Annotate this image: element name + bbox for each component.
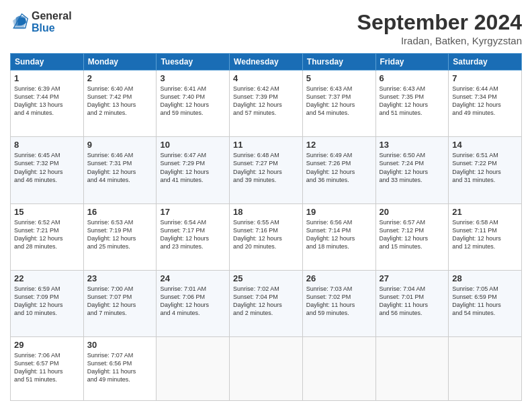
table-row: 23Sunrise: 7:00 AMSunset: 7:07 PMDayligh… [83, 270, 157, 336]
table-row: 21Sunrise: 6:58 AMSunset: 7:11 PMDayligh… [449, 203, 522, 270]
logo-blue-text: Blue [32, 22, 72, 34]
day-number: 25 [233, 273, 299, 283]
day-info: Sunrise: 6:50 AMSunset: 7:24 PMDaylight:… [380, 151, 445, 184]
day-number: 29 [14, 340, 80, 350]
table-row: 6Sunrise: 6:43 AMSunset: 7:35 PMDaylight… [375, 71, 449, 137]
day-info: Sunrise: 6:49 AMSunset: 7:26 PMDaylight:… [306, 151, 372, 184]
day-number: 8 [14, 140, 80, 150]
day-info: Sunrise: 6:46 AMSunset: 7:31 PMDaylight:… [87, 151, 153, 184]
table-row: 20Sunrise: 6:57 AMSunset: 7:12 PMDayligh… [375, 203, 449, 270]
table-row: 22Sunrise: 6:59 AMSunset: 7:09 PMDayligh… [11, 270, 84, 336]
table-row: 25Sunrise: 7:02 AMSunset: 7:04 PMDayligh… [230, 270, 303, 336]
table-row: 5Sunrise: 6:43 AMSunset: 7:37 PMDaylight… [302, 71, 375, 137]
col-tuesday: Tuesday [157, 54, 230, 71]
day-info: Sunrise: 6:40 AMSunset: 7:42 PMDaylight:… [87, 85, 153, 118]
logo-general-text: General [32, 10, 72, 22]
day-info: Sunrise: 7:07 AMSunset: 6:56 PMDaylight:… [87, 351, 153, 384]
day-info: Sunrise: 6:39 AMSunset: 7:44 PMDaylight:… [14, 85, 80, 118]
day-info: Sunrise: 6:53 AMSunset: 7:19 PMDaylight:… [87, 218, 153, 251]
table-row: 30Sunrise: 7:07 AMSunset: 6:56 PMDayligh… [83, 337, 157, 401]
table-row: 4Sunrise: 6:42 AMSunset: 7:39 PMDaylight… [230, 71, 303, 137]
table-row: 9Sunrise: 6:46 AMSunset: 7:31 PMDaylight… [83, 137, 157, 203]
table-row: 16Sunrise: 6:53 AMSunset: 7:19 PMDayligh… [83, 203, 157, 270]
table-row [157, 337, 230, 401]
day-number: 27 [380, 273, 445, 283]
day-number: 4 [233, 73, 299, 83]
table-row: 7Sunrise: 6:44 AMSunset: 7:34 PMDaylight… [449, 71, 522, 137]
col-monday: Monday [83, 54, 157, 71]
day-info: Sunrise: 6:55 AMSunset: 7:16 PMDaylight:… [233, 218, 299, 251]
table-row: 15Sunrise: 6:52 AMSunset: 7:21 PMDayligh… [11, 203, 84, 270]
day-number: 13 [380, 140, 445, 150]
day-info: Sunrise: 6:56 AMSunset: 7:14 PMDaylight:… [306, 218, 372, 251]
month-title: September 2024 [357, 10, 522, 35]
calendar-table: Sunday Monday Tuesday Wednesday Thursday… [10, 53, 522, 401]
day-number: 14 [452, 140, 518, 150]
day-number: 20 [380, 207, 445, 217]
day-info: Sunrise: 7:05 AMSunset: 6:59 PMDaylight:… [452, 285, 518, 318]
table-row: 26Sunrise: 7:03 AMSunset: 7:02 PMDayligh… [302, 270, 375, 336]
day-info: Sunrise: 7:00 AMSunset: 7:07 PMDaylight:… [87, 285, 153, 318]
day-info: Sunrise: 6:45 AMSunset: 7:32 PMDaylight:… [14, 151, 80, 184]
day-number: 1 [14, 73, 80, 83]
location-title: Iradan, Batken, Kyrgyzstan [357, 35, 522, 46]
table-row: 10Sunrise: 6:47 AMSunset: 7:29 PMDayligh… [157, 137, 230, 203]
day-number: 17 [160, 207, 226, 217]
table-row: 2Sunrise: 6:40 AMSunset: 7:42 PMDaylight… [83, 71, 157, 137]
table-row: 13Sunrise: 6:50 AMSunset: 7:24 PMDayligh… [375, 137, 449, 203]
day-number: 6 [380, 73, 445, 83]
table-row: 8Sunrise: 6:45 AMSunset: 7:32 PMDaylight… [11, 137, 84, 203]
col-wednesday: Wednesday [230, 54, 303, 71]
day-number: 5 [306, 73, 372, 83]
day-info: Sunrise: 6:43 AMSunset: 7:35 PMDaylight:… [380, 85, 445, 118]
day-number: 15 [14, 207, 80, 217]
table-row: 1Sunrise: 6:39 AMSunset: 7:44 PMDaylight… [11, 71, 84, 137]
day-info: Sunrise: 6:59 AMSunset: 7:09 PMDaylight:… [14, 285, 80, 318]
day-number: 23 [87, 273, 153, 283]
day-number: 16 [87, 207, 153, 217]
day-info: Sunrise: 6:47 AMSunset: 7:29 PMDaylight:… [160, 151, 226, 184]
col-thursday: Thursday [302, 54, 375, 71]
table-row: 27Sunrise: 7:04 AMSunset: 7:01 PMDayligh… [375, 270, 449, 336]
day-info: Sunrise: 6:57 AMSunset: 7:12 PMDaylight:… [380, 218, 445, 251]
table-row: 17Sunrise: 6:54 AMSunset: 7:17 PMDayligh… [157, 203, 230, 270]
day-info: Sunrise: 6:48 AMSunset: 7:27 PMDaylight:… [233, 151, 299, 184]
day-number: 3 [160, 73, 226, 83]
calendar-header-row: Sunday Monday Tuesday Wednesday Thursday… [11, 54, 522, 71]
day-info: Sunrise: 7:06 AMSunset: 6:57 PMDaylight:… [14, 351, 80, 384]
day-number: 12 [306, 140, 372, 150]
day-info: Sunrise: 6:52 AMSunset: 7:21 PMDaylight:… [14, 218, 80, 251]
col-saturday: Saturday [449, 54, 522, 71]
day-info: Sunrise: 6:44 AMSunset: 7:34 PMDaylight:… [452, 85, 518, 118]
table-row [302, 337, 375, 401]
header: General Blue September 2024 Iradan, Batk… [10, 10, 522, 46]
table-row: 14Sunrise: 6:51 AMSunset: 7:22 PMDayligh… [449, 137, 522, 203]
table-row [230, 337, 303, 401]
table-row: 19Sunrise: 6:56 AMSunset: 7:14 PMDayligh… [302, 203, 375, 270]
title-block: September 2024 Iradan, Batken, Kyrgyzsta… [357, 10, 522, 46]
day-number: 11 [233, 140, 299, 150]
day-info: Sunrise: 7:03 AMSunset: 7:02 PMDaylight:… [306, 285, 372, 318]
day-number: 24 [160, 273, 226, 283]
col-sunday: Sunday [11, 54, 84, 71]
table-row: 29Sunrise: 7:06 AMSunset: 6:57 PMDayligh… [11, 337, 84, 401]
day-number: 19 [306, 207, 372, 217]
day-number: 22 [14, 273, 80, 283]
day-info: Sunrise: 7:04 AMSunset: 7:01 PMDaylight:… [380, 285, 445, 318]
day-number: 30 [87, 340, 153, 350]
logo: General Blue [10, 10, 72, 34]
day-info: Sunrise: 6:43 AMSunset: 7:37 PMDaylight:… [306, 85, 372, 118]
table-row [449, 337, 522, 401]
day-info: Sunrise: 6:42 AMSunset: 7:39 PMDaylight:… [233, 85, 299, 118]
day-info: Sunrise: 6:58 AMSunset: 7:11 PMDaylight:… [452, 218, 518, 251]
day-number: 18 [233, 207, 299, 217]
page: General Blue September 2024 Iradan, Batk… [0, 0, 532, 411]
day-number: 28 [452, 273, 518, 283]
day-info: Sunrise: 6:41 AMSunset: 7:40 PMDaylight:… [160, 85, 226, 118]
table-row: 18Sunrise: 6:55 AMSunset: 7:16 PMDayligh… [230, 203, 303, 270]
day-info: Sunrise: 6:54 AMSunset: 7:17 PMDaylight:… [160, 218, 226, 251]
table-row: 12Sunrise: 6:49 AMSunset: 7:26 PMDayligh… [302, 137, 375, 203]
table-row: 11Sunrise: 6:48 AMSunset: 7:27 PMDayligh… [230, 137, 303, 203]
table-row: 3Sunrise: 6:41 AMSunset: 7:40 PMDaylight… [157, 71, 230, 137]
day-number: 2 [87, 73, 153, 83]
